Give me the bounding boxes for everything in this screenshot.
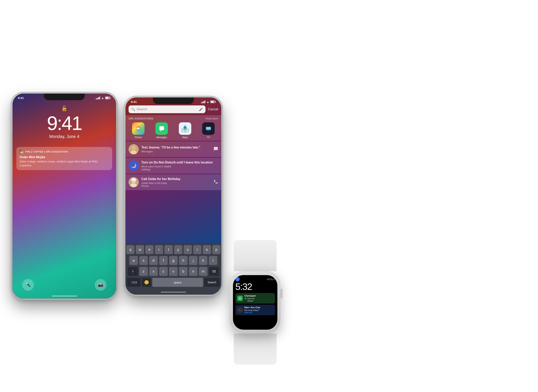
nike-text: Nike+ Run Club Running today? Start run xyxy=(244,306,273,314)
siri-apps-grid: Photos Messages xyxy=(129,122,218,139)
suggestion-dnd-text: Turn on Do Not Disturb until I leave thi… xyxy=(141,161,218,171)
suggestion-jeanne-subtitle: Messages xyxy=(141,150,211,153)
watch-top-row: MON 4 xyxy=(235,277,275,281)
siri-app-maps[interactable]: 280 Maps xyxy=(179,122,191,139)
home-indicator xyxy=(52,296,77,297)
notif-body: Order a large, medium cream, medium suga… xyxy=(19,160,109,167)
search-placeholder-text: Search xyxy=(137,107,197,111)
watch-band-top xyxy=(234,240,277,271)
lock-notification[interactable]: ☕ PHILZ COFFEE | SIRI SUGGESTION Order M… xyxy=(16,147,112,170)
flashlight-button[interactable]: 🔦 xyxy=(22,279,34,291)
lock-clock: 9:41 Monday, June 4 xyxy=(13,113,116,139)
svg-point-34 xyxy=(134,181,135,181)
search-mic-icon[interactable]: 🎤 xyxy=(199,107,203,111)
nike-icon: N+ xyxy=(237,307,243,313)
svg-point-25 xyxy=(133,148,133,148)
siri-app-tv[interactable]: TV xyxy=(202,122,215,139)
suggestion-dnd[interactable]: 🌙 Turn on Do Not Disturb until I leave t… xyxy=(125,158,221,174)
search-signal-icon xyxy=(201,101,205,103)
volume-down-button[interactable] xyxy=(12,149,12,163)
svg-text:🌙: 🌙 xyxy=(131,163,137,168)
notch-2 xyxy=(153,98,194,104)
lock-status-icons: ▲ xyxy=(96,96,111,100)
suggestion-zelda-text: Call Zelda for her Birthday Zelda Allan … xyxy=(141,177,211,187)
lock-date: Monday, June 4 xyxy=(13,134,116,139)
notif-title: Order Mint Mojito xyxy=(19,155,109,159)
phone-search-screen: 9:41 ▲ xyxy=(125,97,222,295)
watch-screen: MON 4 5:32 ⊕ Citymapper xyxy=(233,275,277,330)
scene: 9:41 ▲ xyxy=(0,0,538,392)
jeanne-avatar xyxy=(129,144,139,154)
siri-app-photos[interactable]: Photos xyxy=(132,122,144,139)
maps-app-icon: 280 xyxy=(179,122,191,135)
watch-body: MON 4 5:32 ⊕ Citymapper xyxy=(230,271,280,334)
search-magnifier-icon: 🔍 xyxy=(131,107,135,111)
battery-icon xyxy=(105,97,111,99)
siri-suggestions-section: SIRI SUGGESTIONS Show More xyxy=(125,115,221,141)
lock-bottom-controls: 🔦 📷 xyxy=(13,279,116,291)
search-wifi-icon: ▲ xyxy=(206,100,209,103)
signal-bars-icon xyxy=(96,97,100,99)
siri-show-more-button[interactable]: Show More xyxy=(205,117,218,120)
svg-text:N+: N+ xyxy=(239,309,241,311)
maps-app-label: Maps xyxy=(182,136,188,139)
lock-time: 9:41 xyxy=(13,113,116,133)
lock-status-time: 9:41 xyxy=(18,96,24,100)
photos-app-label: Photos xyxy=(134,136,142,139)
power-button[interactable] xyxy=(117,128,117,143)
suggestion-zelda[interactable]: Call Zelda for her Birthday Zelda Allan … xyxy=(125,174,221,190)
camera-button[interactable]: 📷 xyxy=(95,279,106,291)
suggestion-jeanne[interactable]: Text Jeanne, "I'll be a few minutes late… xyxy=(125,141,221,157)
watch-card-citymapper[interactable]: ⊕ Citymapper Get me Home xyxy=(235,293,275,303)
search-cancel-button[interactable]: Cancel xyxy=(208,107,218,111)
siri-section-header: SIRI SUGGESTIONS Show More xyxy=(129,117,218,120)
suggestion-jeanne-title: Text Jeanne, "I'll be a few minutes late… xyxy=(141,145,211,150)
svg-point-26 xyxy=(134,148,135,148)
svg-rect-19 xyxy=(206,127,211,130)
search-status-icons: ▲ xyxy=(201,100,216,103)
suggestion-jeanne-action[interactable] xyxy=(213,146,218,152)
phone-lock-screen: 9:41 ▲ xyxy=(12,93,117,299)
suggestion-zelda-action[interactable] xyxy=(213,179,218,185)
messages-app-icon xyxy=(155,122,168,135)
suggestion-dnd-subtitle: Move pass found in WalletSettings xyxy=(141,165,218,171)
tv-app-label: TV xyxy=(207,136,210,139)
svg-text:⊕: ⊕ xyxy=(239,298,241,299)
zelda-avatar xyxy=(129,177,139,187)
notif-app-icon: ☕ xyxy=(19,150,24,154)
search-battery-icon xyxy=(210,101,216,103)
mute-button[interactable] xyxy=(12,118,12,126)
notif-app-name: PHILZ COFFEE | SIRI SUGGESTION xyxy=(25,150,68,153)
siri-app-messages[interactable]: Messages xyxy=(155,122,168,139)
svg-point-24 xyxy=(132,146,135,150)
suggestion-zelda-title: Call Zelda for her Birthday xyxy=(141,177,211,181)
watch-card-nike[interactable]: N+ Nike+ Run Club Running today? Start r… xyxy=(235,305,275,315)
watch-date: MON 4 xyxy=(267,278,275,281)
tv-app-icon xyxy=(202,122,215,135)
phone2-power-button[interactable] xyxy=(222,132,222,147)
svg-rect-20 xyxy=(207,131,210,131)
apple-watch: MON 4 5:32 ⊕ Citymapper xyxy=(230,240,280,365)
watch-time: 5:32 xyxy=(235,282,275,291)
citymapper-text: Citymapper Get me Home xyxy=(244,294,273,302)
photos-app-icon xyxy=(132,122,144,135)
volume-up-button[interactable] xyxy=(12,132,12,145)
dnd-avatar: 🌙 xyxy=(129,161,139,171)
suggestion-jeanne-text: Text Jeanne, "I'll be a few minutes late… xyxy=(141,145,211,153)
wifi-icon: ▲ xyxy=(101,96,104,100)
siri-section-title: SIRI SUGGESTIONS xyxy=(129,117,153,120)
lock-icon: 🔓 xyxy=(13,105,116,112)
watch-band-bottom xyxy=(234,334,277,365)
svg-point-33 xyxy=(133,181,133,181)
messages-app-label: Messages xyxy=(156,136,167,139)
search-bar[interactable]: 🔍 Search 🎤 xyxy=(129,105,205,113)
notch xyxy=(44,93,85,100)
notif-header: ☕ PHILZ COFFEE | SIRI SUGGESTION xyxy=(19,150,109,154)
svg-point-9 xyxy=(137,128,139,130)
svg-point-32 xyxy=(131,178,136,181)
watch-siri-icon xyxy=(235,277,240,281)
watch-crown[interactable] xyxy=(280,289,283,299)
watch-content: MON 4 5:32 ⊕ Citymapper xyxy=(233,275,277,330)
svg-point-35 xyxy=(236,278,239,280)
citymapper-icon: ⊕ xyxy=(237,296,243,301)
